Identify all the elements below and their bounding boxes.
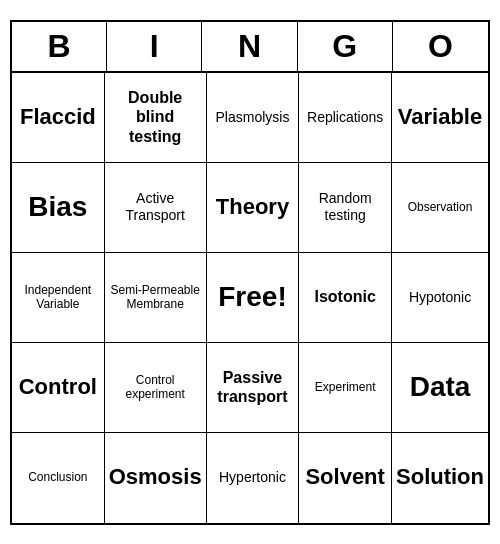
bingo-cell: Solvent xyxy=(299,433,392,523)
bingo-cell: Active Transport xyxy=(105,163,207,253)
bingo-cell-text: Passive transport xyxy=(211,368,295,406)
bingo-cell: Semi-Permeable Membrane xyxy=(105,253,207,343)
bingo-cell: Double blind testing xyxy=(105,73,207,163)
bingo-cell: Experiment xyxy=(299,343,392,433)
bingo-cell-text: Theory xyxy=(216,194,289,220)
bingo-cell-text: Experiment xyxy=(315,380,376,394)
bingo-cell-text: Bias xyxy=(28,190,87,224)
bingo-cell-text: Active Transport xyxy=(109,190,202,224)
bingo-cell-text: Replications xyxy=(307,109,383,126)
bingo-cell-text: Isotonic xyxy=(314,287,375,306)
bingo-cell: Control experiment xyxy=(105,343,207,433)
bingo-cell-text: Solution xyxy=(396,464,484,490)
bingo-cell-text: Plasmolysis xyxy=(216,109,290,126)
bingo-cell-text: Control xyxy=(19,374,97,400)
bingo-cell: Flaccid xyxy=(12,73,105,163)
bingo-cell: Passive transport xyxy=(207,343,300,433)
bingo-cell: Solution xyxy=(392,433,488,523)
bingo-cell: Theory xyxy=(207,163,300,253)
bingo-cell: Observation xyxy=(392,163,488,253)
bingo-cell: Hypotonic xyxy=(392,253,488,343)
bingo-cell-text: Hypertonic xyxy=(219,469,286,486)
bingo-cell-text: Hypotonic xyxy=(409,289,471,306)
bingo-cell: Control xyxy=(12,343,105,433)
bingo-cell-text: Flaccid xyxy=(20,104,96,130)
bingo-cell: Osmosis xyxy=(105,433,207,523)
bingo-cell: Free! xyxy=(207,253,300,343)
bingo-cell: Variable xyxy=(392,73,488,163)
bingo-cell-text: Semi-Permeable Membrane xyxy=(109,283,202,312)
bingo-header-letter: B xyxy=(12,22,107,71)
bingo-cell-text: Double blind testing xyxy=(109,88,202,146)
bingo-header-letter: O xyxy=(393,22,488,71)
bingo-cell: Bias xyxy=(12,163,105,253)
bingo-cell-text: Free! xyxy=(218,280,286,314)
bingo-grid: FlaccidDouble blind testingPlasmolysisRe… xyxy=(12,73,488,523)
bingo-cell: Independent Variable xyxy=(12,253,105,343)
bingo-cell-text: Osmosis xyxy=(109,464,202,490)
bingo-cell: Conclusion xyxy=(12,433,105,523)
bingo-cell-text: Random testing xyxy=(303,190,387,224)
bingo-cell: Replications xyxy=(299,73,392,163)
bingo-header-letter: I xyxy=(107,22,202,71)
bingo-header-letter: N xyxy=(202,22,297,71)
bingo-cell-text: Solvent xyxy=(305,464,384,490)
bingo-header: BINGO xyxy=(12,22,488,73)
bingo-cell: Isotonic xyxy=(299,253,392,343)
bingo-header-letter: G xyxy=(298,22,393,71)
bingo-cell: Data xyxy=(392,343,488,433)
bingo-cell: Plasmolysis xyxy=(207,73,300,163)
bingo-cell-text: Independent Variable xyxy=(16,283,100,312)
bingo-cell-text: Control experiment xyxy=(109,373,202,402)
bingo-cell: Hypertonic xyxy=(207,433,300,523)
bingo-cell-text: Variable xyxy=(398,104,482,130)
bingo-cell-text: Conclusion xyxy=(28,470,87,484)
bingo-card: BINGO FlaccidDouble blind testingPlasmol… xyxy=(10,20,490,525)
bingo-cell-text: Data xyxy=(410,370,471,404)
bingo-cell: Random testing xyxy=(299,163,392,253)
bingo-cell-text: Observation xyxy=(408,200,473,214)
